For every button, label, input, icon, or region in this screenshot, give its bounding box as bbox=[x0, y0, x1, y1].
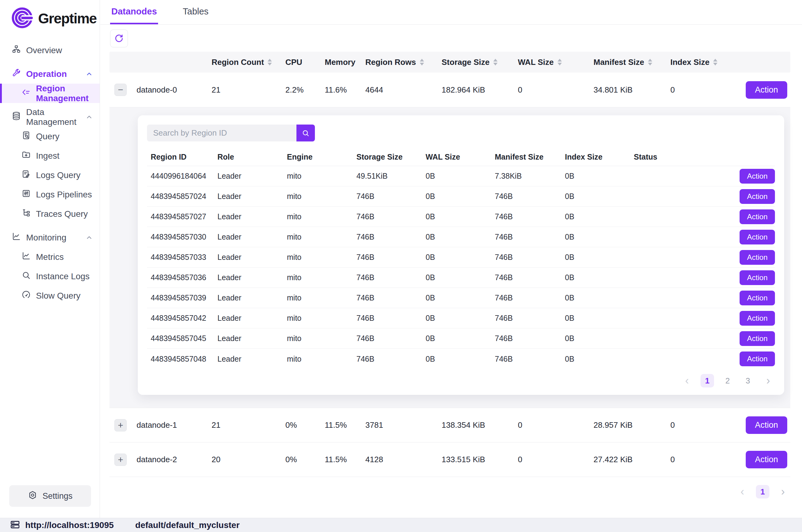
sidebar-item-region-management[interactable]: Region Management bbox=[0, 84, 100, 103]
line-chart-icon bbox=[21, 251, 31, 263]
sort-icon[interactable] bbox=[713, 59, 718, 65]
region-action-button[interactable]: Action bbox=[740, 311, 775, 326]
sidebar-item-label: Operation bbox=[26, 69, 67, 79]
column-header-index-size[interactable]: Index Size bbox=[670, 57, 736, 67]
page-number-1[interactable]: 1 bbox=[701, 374, 714, 387]
cluster-name[interactable]: default/default_mycluster bbox=[135, 520, 240, 530]
region-rows-cell: 4644 bbox=[365, 85, 442, 95]
index-size-cell: 0B bbox=[565, 212, 634, 221]
sort-icon[interactable] bbox=[557, 59, 562, 65]
refresh-button[interactable] bbox=[110, 30, 128, 48]
storage-size-cell: 746B bbox=[357, 253, 426, 262]
page-number-3[interactable]: 3 bbox=[741, 374, 755, 387]
column-header-label: Region Rows bbox=[365, 57, 416, 67]
page-number-2[interactable]: 2 bbox=[721, 374, 734, 387]
region-action-button[interactable]: Action bbox=[740, 250, 775, 265]
prev-page-icon[interactable]: ‹ bbox=[736, 485, 749, 498]
page-number-1[interactable]: 1 bbox=[756, 485, 769, 498]
sidebar-item-traces-query[interactable]: Traces Query bbox=[0, 204, 100, 224]
region-action-button[interactable]: Action bbox=[740, 189, 775, 204]
chevron-up-icon[interactable] bbox=[85, 113, 93, 121]
region-id-cell: 4483945857033 bbox=[147, 253, 217, 262]
greptime-logo-icon bbox=[11, 6, 34, 31]
sidebar-item-label: Logs Query bbox=[36, 170, 80, 180]
document-edit-icon bbox=[21, 169, 31, 181]
wal-size-cell: 0 bbox=[518, 455, 593, 464]
region-table-row: 4483945857030 Leader mito 746B 0B 746B 0… bbox=[147, 227, 775, 247]
role-cell: Leader bbox=[217, 355, 287, 363]
column-header-storage-size[interactable]: Storage Size bbox=[442, 57, 518, 67]
manifest-size-cell: 746B bbox=[495, 232, 565, 241]
storage-size-cell: 746B bbox=[357, 355, 426, 363]
column-header-region-count[interactable]: Region Count bbox=[212, 57, 285, 67]
column-header-role: Role bbox=[217, 153, 287, 162]
brand[interactable]: Greptime bbox=[0, 0, 100, 34]
sliders-icon bbox=[21, 189, 31, 200]
region-action-button[interactable]: Action bbox=[740, 270, 775, 285]
region-count-cell: 21 bbox=[212, 85, 285, 95]
index-size-cell: 0B bbox=[565, 253, 634, 262]
index-size-cell: 0B bbox=[565, 334, 634, 343]
sidebar-item-monitoring[interactable]: Monitoring bbox=[0, 228, 100, 247]
storage-size-cell: 49.51KiB bbox=[357, 172, 426, 180]
settings-button[interactable]: Settings bbox=[9, 485, 91, 507]
sort-icon[interactable] bbox=[420, 59, 424, 65]
column-header-manifest-size[interactable]: Manifest Size bbox=[593, 57, 670, 67]
sidebar-item-metrics[interactable]: Metrics bbox=[0, 247, 100, 267]
role-cell: Leader bbox=[217, 314, 287, 323]
expand-row-button[interactable]: + bbox=[114, 454, 127, 466]
next-page-icon[interactable]: › bbox=[761, 374, 775, 387]
sidebar-item-slow-query[interactable]: Slow Query bbox=[0, 286, 100, 305]
prev-page-icon[interactable]: ‹ bbox=[680, 374, 694, 387]
datanode-action-button[interactable]: Action bbox=[746, 416, 787, 434]
chevron-up-icon[interactable] bbox=[85, 234, 93, 241]
sidebar-item-query[interactable]: Query bbox=[0, 127, 100, 146]
datanode-action-button[interactable]: Action bbox=[746, 81, 787, 99]
region-action-button[interactable]: Action bbox=[740, 331, 775, 346]
region-table-row: 4440996184064 Leader mito 49.51KiB 0B 7.… bbox=[147, 166, 775, 186]
column-header-wal-size[interactable]: WAL Size bbox=[518, 57, 593, 67]
storage-size-cell: 746B bbox=[357, 192, 426, 201]
column-header-label: WAL Size bbox=[518, 57, 554, 67]
next-page-icon[interactable]: › bbox=[776, 485, 790, 498]
region-action-button[interactable]: Action bbox=[740, 169, 775, 184]
sidebar-item-logs-query[interactable]: Logs Query bbox=[0, 166, 100, 185]
column-header-label: Index Size bbox=[670, 57, 709, 67]
expand-row-button[interactable]: + bbox=[114, 419, 127, 432]
sidebar-item-overview[interactable]: Overview bbox=[0, 41, 100, 60]
region-action-button[interactable]: Action bbox=[740, 352, 775, 366]
sidebar-item-instance-logs[interactable]: Instance Logs bbox=[0, 267, 100, 286]
tab-tables[interactable]: Tables bbox=[182, 0, 210, 24]
server-url[interactable]: http://localhost:19095 bbox=[25, 520, 114, 530]
search-button[interactable] bbox=[297, 125, 315, 141]
collapse-row-button[interactable]: − bbox=[114, 84, 127, 96]
sort-icon[interactable] bbox=[648, 59, 652, 65]
region-action-button[interactable]: Action bbox=[740, 291, 775, 305]
sidebar-item-label: Query bbox=[36, 132, 59, 141]
region-action-button[interactable]: Action bbox=[740, 230, 775, 245]
region-search-input[interactable] bbox=[147, 125, 297, 141]
sidebar-item-logs-pipelines[interactable]: Logs Pipelines bbox=[0, 185, 100, 204]
memory-cell: 11.5% bbox=[325, 455, 365, 464]
storage-size-cell: 133.515 KiB bbox=[442, 455, 518, 464]
region-action-button[interactable]: Action bbox=[740, 209, 775, 224]
column-header-region-rows[interactable]: Region Rows bbox=[365, 57, 442, 67]
role-cell: Leader bbox=[217, 232, 287, 241]
chevron-up-icon[interactable] bbox=[85, 71, 93, 78]
sidebar-item-data-management[interactable]: Data Management bbox=[0, 107, 100, 127]
column-header-label: Region Count bbox=[212, 57, 264, 67]
manifest-size-cell: 34.801 KiB bbox=[593, 85, 670, 95]
region-id-cell: 4483945857042 bbox=[147, 314, 217, 323]
role-cell: Leader bbox=[217, 253, 287, 262]
search-icon bbox=[301, 129, 310, 137]
datanode-action-button[interactable]: Action bbox=[746, 451, 787, 468]
tab-datanodes[interactable]: Datanodes bbox=[110, 0, 158, 24]
sidebar-item-operation[interactable]: Operation bbox=[0, 64, 100, 84]
sort-icon[interactable] bbox=[268, 59, 272, 65]
region-id-cell: 4440996184064 bbox=[147, 172, 217, 180]
sidebar-item-ingest[interactable]: Ingest bbox=[0, 146, 100, 166]
sort-icon[interactable] bbox=[493, 59, 498, 65]
storage-size-cell: 746B bbox=[357, 273, 426, 282]
manifest-size-cell: 746B bbox=[495, 314, 565, 323]
cpu-cell: 2.2% bbox=[285, 85, 325, 95]
